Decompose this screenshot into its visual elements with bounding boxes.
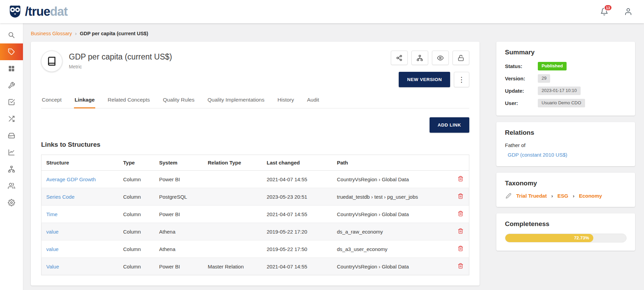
delete-link-button[interactable] [458,228,463,234]
cell-type: Column [119,223,154,240]
delete-link-button[interactable] [458,176,463,182]
completeness-panel: Completeness 72.73% [496,213,635,251]
structure-link[interactable]: value [46,229,59,235]
tab-related-concepts[interactable]: Related Concepts [107,97,150,108]
table-row: value Column Athena 2019-05-22 17:20 ds_… [41,223,469,240]
trash-icon [458,246,463,251]
cell-type: Column [119,240,154,258]
trash-icon [458,263,463,269]
cell-system: Power BI [154,206,203,223]
search-icon [8,31,15,39]
sidebar-item-hierarchy[interactable] [0,161,23,177]
delete-link-button[interactable] [458,246,463,251]
sidebar-item-tools[interactable] [0,77,23,94]
taxonomy-panel: Taxonomy Trial Truedat › ESG › Economy [496,173,635,207]
trash-icon [458,228,463,234]
permissions-button[interactable] [453,51,469,65]
concept-action-icons [391,51,469,65]
watch-button[interactable] [432,51,449,65]
shuffle-icon [8,115,15,122]
breadcrumb-separator: › [75,31,77,36]
share-icon [396,55,402,61]
truedat-logo[interactable]: /truedat [8,4,67,19]
book-icon [47,56,57,66]
delete-link-button[interactable] [458,211,463,216]
pencil-icon [506,193,511,199]
sidebar-item-lineage[interactable] [0,110,23,127]
notifications-button[interactable]: 13 [600,8,608,16]
concept-type-label: Metric [69,64,172,69]
cell-path: CountryVsRegion › Global Data [332,171,452,188]
table-row: Time Column Power BI 2021-04-07 14:55 Co… [41,206,469,223]
sidebar-item-quality[interactable] [0,94,23,110]
breadcrumb: Business Glossary › GDP per capita (curr… [31,23,644,42]
sidebar-item-dashboards[interactable] [0,60,23,77]
table-row: value Column Athena 2019-05-22 17:50 ds_… [41,240,469,258]
col-path: Path [332,155,452,171]
cell-system: Athena [154,223,203,240]
breadcrumb-business-glossary[interactable]: Business Glossary [31,31,72,36]
col-type: Type [119,155,154,171]
table-header-row: Structure Type System Relation Type Last… [41,155,469,171]
tab-quality-rules[interactable]: Quality Rules [162,97,195,108]
structure-link[interactable]: value [46,246,59,252]
cell-system: Athena [154,240,203,258]
cell-system: Power BI [154,171,203,188]
concept-header: GDP per capita (current US$) Metric [41,51,469,87]
structure-link[interactable]: Average GDP Growth [46,176,96,182]
tab-history[interactable]: History [277,97,295,108]
tab-audit[interactable]: Audit [306,97,320,108]
sidebar-item-business-glossary[interactable] [0,43,23,60]
taxonomy-title: Taxonomy [505,180,627,187]
new-version-button[interactable]: NEW VERSION [399,72,450,87]
trash-icon [458,211,463,216]
delete-link-button[interactable] [458,263,463,269]
sidebar-item-structures[interactable] [0,127,23,144]
taxonomy-link-subdomain[interactable]: ESG [557,193,568,199]
col-system: System [154,155,203,171]
tab-linkage[interactable]: Linkage [74,97,96,108]
col-structure: Structure [41,155,119,171]
relation-link[interactable]: GDP (constant 2010 US$) [508,152,567,158]
user-menu-button[interactable] [624,8,632,16]
taxonomy-link-domain[interactable]: Trial Truedat [516,193,547,199]
structure-link[interactable]: Series Code [46,194,75,200]
sidebar-item-settings[interactable] [0,194,23,211]
cell-last-changed: 2021-04-07 14:55 [262,206,332,223]
relations-panel: Relations Father of GDP (constant 2010 U… [496,122,635,166]
sidebar-item-search[interactable] [0,27,23,43]
cell-type: Column [119,206,154,223]
cell-relation-type [203,171,262,188]
cell-type: Column [119,258,154,275]
cell-system: PostgreSQL [154,188,203,206]
delete-link-button[interactable] [458,193,463,199]
tab-concept[interactable]: Concept [41,97,62,108]
status-badge: Published [538,62,567,70]
topbar-actions: 13 [600,8,632,16]
cell-last-changed: 2023-05-23 20:51 [262,188,332,206]
taxonomy-link-leaf[interactable]: Economy [579,193,602,199]
completeness-bar: 72.73% [505,234,627,242]
cell-last-changed: 2021-04-07 14:55 [262,171,332,188]
taxonomy-path: Trial Truedat › ESG › Economy [516,193,602,199]
more-actions-button[interactable]: ⋮ [454,72,469,87]
hard-drive-icon [8,132,15,139]
trash-icon [458,193,463,199]
user-badge: Usuario Demo CDO [538,99,585,107]
wrench-icon [8,82,15,89]
share-button[interactable] [391,51,408,65]
sidebar-item-analytics[interactable] [0,144,23,161]
logo-text: /truedat [25,5,67,18]
edit-taxonomy-button[interactable] [506,193,511,199]
structure-link[interactable]: Value [46,264,59,269]
relations-title: Relations [505,129,627,136]
add-link-button[interactable]: ADD LINK [430,117,470,133]
structure-link[interactable]: Time [46,211,58,217]
concept-avatar [41,51,62,72]
summary-title: Summary [505,49,627,56]
lineage-button[interactable] [411,51,428,65]
summary-row-status: Status: Published [505,62,627,70]
sidebar-item-users[interactable] [0,177,23,194]
tab-quality-implementations[interactable]: Quality Implementations [207,97,265,108]
users-icon [8,182,15,189]
